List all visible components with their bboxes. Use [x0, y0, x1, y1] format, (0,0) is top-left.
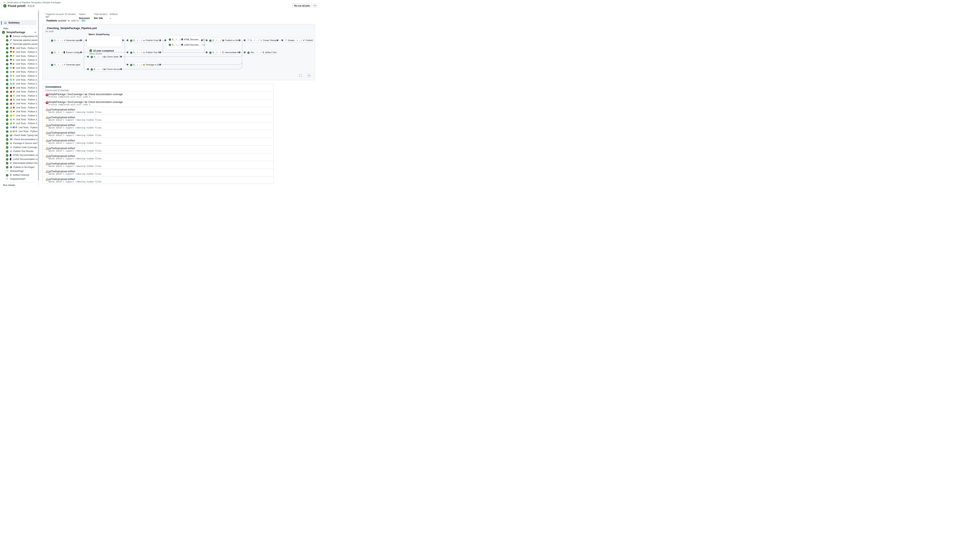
job-item[interactable]: Unit Tests - Python 3.9: [0, 86, 38, 89]
graph-node-n12[interactable]: S… / … /Intermediate A…16s: [208, 50, 239, 55]
job-item[interactable]: Unit Tests - Python 3.10: [0, 50, 38, 54]
graph-node-n8[interactable]: S… / … /Package in Sou…18s: [128, 63, 159, 67]
job-label: Intermediate Artifact Cleanup: [13, 162, 38, 164]
commit-sha[interactable]: d0f07e1: [71, 19, 79, 22]
graph-node-n14[interactable]: Sim… / … /Artifact Cleanup4s: [245, 50, 277, 55]
graph-node-n10[interactable]: S… / … /LaTeX Docume…51s: [169, 43, 205, 46]
job-group-row[interactable]: SimplePackage: [2, 30, 36, 34]
job-item[interactable]: Unit Tests - Python 3.10: [0, 110, 38, 113]
check-icon: [6, 35, 8, 38]
annotation-row-error[interactable]: SimplePackage / DocCoverage /Check docum…: [42, 91, 274, 99]
job-label: Unit Tests - Python 3.13: [16, 63, 38, 65]
back-link[interactable]: ← Verification of Pipeline Templates (Si…: [3, 1, 61, 4]
node-prefix: S… / … /: [54, 39, 63, 42]
duration-label: Total duration: [94, 13, 110, 15]
sidebar-item-summary[interactable]: Summary: [2, 20, 36, 25]
job-item[interactable]: Intermediate Artifact Cleanup: [0, 161, 38, 165]
docs-group-card[interactable]: S… / … /HTML Docume…55sS… / … /LaTeX Doc…: [166, 36, 201, 50]
job-item[interactable]: HTML Documentation using …: [0, 153, 38, 157]
job-item[interactable]: LaTeX Documentation using …: [0, 157, 38, 161]
annotation-row-warning[interactable]: pyTooling/upload-artifactmacOS doesn't s…: [42, 138, 274, 146]
annotation-row-warning[interactable]: pyTooling/upload-artifactmacOS doesn't s…: [42, 146, 274, 153]
pipeline-graph-card: _Checking_SimplePackage_Pipeline.yml on:…: [42, 24, 315, 80]
zoom-in-button[interactable]: +: [307, 74, 311, 77]
annotation-row-warning[interactable]: pyTooling/upload-artifactmacOS doesn't s…: [42, 153, 274, 161]
matrix-group-card[interactable]: 22 jobs completed Show all jobs: [87, 36, 122, 47]
graph-node-n4[interactable]: S… / … /Check Static Ty…17s: [89, 54, 120, 59]
scroll-up-arrow[interactable]: [38, 9, 39, 11]
rerun-all-jobs-button[interactable]: Re-run all jobs: [292, 4, 312, 8]
pipeline-graph-canvas[interactable]: 22 jobs completed Show all jobs Matrix: …: [42, 24, 315, 80]
annotation-row-warning[interactable]: pyTooling/upload-artifactmacOS doesn't s…: [42, 122, 274, 130]
job-item[interactable]: PublishOnPyPI: [0, 177, 38, 181]
job-item[interactable]: Unit Tests - Python 3.11: [0, 94, 38, 97]
job-item[interactable]: Publish to GH-Pages: [0, 165, 38, 169]
job-label: Unit Tests - Python 3.13: [16, 102, 38, 105]
job-item[interactable]: Unit Tests - Python 3.13: [0, 102, 38, 105]
job-item[interactable]: ✎Generate pipeline parameters: [0, 38, 38, 42]
annotation-row-warning[interactable]: pyTooling/upload-artifactmacOS doesn't s…: [42, 130, 274, 138]
warn-icon: [46, 162, 49, 165]
job-label: Unit Tests - Python 3.12: [16, 98, 38, 101]
jobs-heading: Jobs: [3, 27, 8, 30]
job-item[interactable]: Package in Source and Wheel…: [0, 141, 38, 145]
job-item[interactable]: Unit Tests - Python 3.10: [0, 89, 38, 94]
actor-name[interactable]: Paebbels: [46, 19, 57, 22]
job-item[interactable]: Artifact Cleanup: [0, 173, 38, 177]
job-item[interactable]: Unit Tests - Python 3.12: [0, 118, 38, 121]
job-item[interactable]: Unit Tests - Python 3.12: [0, 78, 38, 82]
more-options-button[interactable]: [313, 4, 317, 8]
annotation-row-warning[interactable]: pyTooling/upload-artifactmacOS doesn't s…: [42, 161, 274, 169]
graph-node-n3[interactable]: S… / … /✎Generate pipelin…0s: [49, 63, 80, 67]
job-item[interactable]: Unit Tests - Python 3.9: [0, 66, 38, 70]
graph-node-n15[interactable]: Simple… / … /Publish to PyPI: [283, 38, 313, 42]
job-item[interactable]: Unit Tests - Python 3.13: [0, 121, 38, 125]
graph-node-n1[interactable]: S… / … /✎Generate pipelin…0s: [49, 38, 80, 42]
scrollbar-thumb[interactable]: [38, 11, 39, 180]
job-item[interactable]: Unit Tests - Python 3.12: [0, 58, 38, 62]
graph-node-n7[interactable]: S… / … /Publish Test Re…13s: [128, 50, 159, 55]
job-item[interactable]: Check Static Typing using Pyt…: [0, 133, 38, 137]
job-item[interactable]: Publish Test Results: [0, 149, 38, 153]
job-item[interactable]: Extract configurations from p…: [0, 34, 38, 38]
annotation-title: pyTooling/upload-artifact: [49, 155, 75, 157]
graph-node-n9[interactable]: S… / … /HTML Docume…55s: [169, 38, 205, 41]
check-icon: [6, 43, 8, 45]
job-item[interactable]: Unit Tests - Python 3.11: [0, 113, 38, 118]
job-label: Publish to GH-Pages: [14, 166, 35, 168]
check-icon: [6, 55, 8, 58]
annotation-message: Process completed with exit code 1.: [49, 96, 91, 98]
check-icon: [6, 174, 8, 177]
job-item[interactable]: Unit Tests - Python 3.11: [0, 54, 38, 58]
collapse-chevron-icon[interactable]: [34, 31, 36, 33]
annotation-row-warning[interactable]: pyTooling/upload-artifactmacOS doesn't s…: [42, 115, 274, 122]
check-icon: [130, 64, 132, 66]
sidebar-scrollbar[interactable]: [38, 9, 39, 187]
zoom-out-button[interactable]: −: [303, 74, 307, 77]
graph-node-n11[interactable]: S… / … /Publish to GH-P…7s: [208, 38, 239, 42]
graph-node-n5[interactable]: S… / … /Check docume…18s: [89, 67, 120, 71]
job-item[interactable]: Check documentation covera…: [0, 137, 38, 141]
job-item[interactable]: Unit Tests - Python 3.13: [0, 62, 38, 66]
job-item[interactable]: Unit Tests - Python 3.13: [0, 82, 38, 86]
annotation-row-warning[interactable]: pyTooling/upload-artifactmacOS doesn't s…: [42, 169, 274, 176]
job-item[interactable]: Unit Tests - Python 3.11: [0, 74, 38, 78]
annotation-row-warning[interactable]: pyTooling/upload-artifactmacOS doesn't s…: [42, 107, 274, 115]
job-item[interactable]: Unit Tests - Python 3.10: [0, 70, 38, 74]
job-item[interactable]: Unit Tests - Python 3.9: [0, 46, 38, 50]
job-item[interactable]: Unit Tests - Python 3.12: [0, 125, 38, 129]
graph-node-n2[interactable]: S… / … /Extract configur…4s: [49, 50, 80, 55]
job-item[interactable]: Unit Tests - Python 3.12: [0, 129, 38, 133]
job-item[interactable]: ✎Generate pipeline parameters: [0, 42, 38, 46]
job-item[interactable]: ReleasePage: [0, 169, 38, 173]
graph-node-n6[interactable]: S… / … /Publish Code C…20s: [128, 38, 159, 42]
fullscreen-button[interactable]: [299, 74, 302, 77]
job-item[interactable]: Publish Code Coverage Results: [0, 145, 38, 149]
annotation-message: macOS doesn't support removing hidden fi…: [49, 119, 102, 121]
chart-icon: [10, 150, 12, 152]
graph-node-n13[interactable]: S… / … /Create 'Release Pa…: [245, 38, 277, 42]
annotation-row-error[interactable]: SimplePackage / DocCoverage /Check docum…: [42, 99, 274, 107]
annotation-row-warning[interactable]: pyTooling/upload-artifactmacOS doesn't s…: [42, 176, 274, 184]
job-item[interactable]: Unit Tests - Python 3.9: [0, 105, 38, 110]
job-item[interactable]: Unit Tests - Python 3.12: [0, 97, 38, 102]
